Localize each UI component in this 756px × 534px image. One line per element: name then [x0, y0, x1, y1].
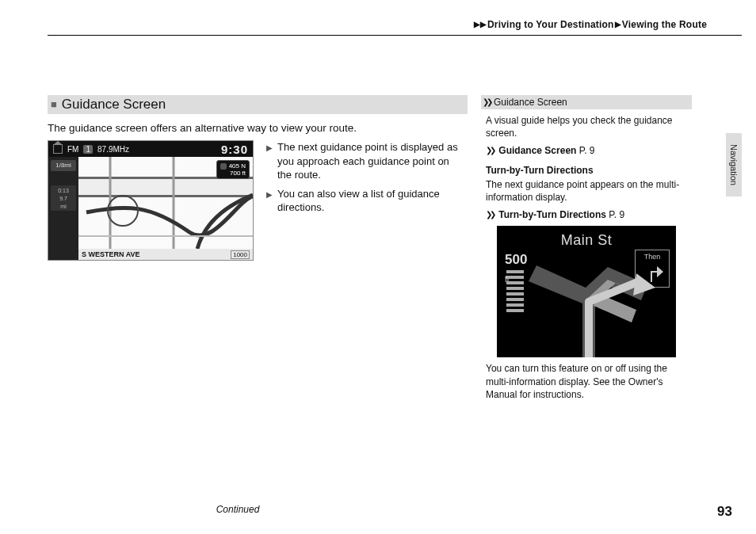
xref-label: Guidance Screen — [498, 145, 576, 156]
page: ▶▶Driving to Your Destination▶Viewing th… — [0, 0, 756, 534]
fm-channel: 1 — [83, 145, 93, 154]
header-rule — [48, 35, 742, 36]
map-bottom-bar: S WESTERN AVE 1000 — [78, 249, 253, 260]
bullet-item: ▶ The next guidance point is displayed a… — [266, 140, 458, 182]
xref-row: ❯❯ Guidance Screen P. 9 — [486, 144, 687, 157]
link-icon: ❯❯ — [486, 210, 494, 219]
sidebar-heading: Guidance Screen — [494, 96, 567, 109]
sidebar-heading-bar: ❯❯ Guidance Screen — [481, 95, 692, 109]
continued-label: Continued — [0, 504, 475, 515]
eta-time: 0:13 — [51, 187, 76, 195]
sign-distance: 700 ft — [220, 170, 246, 177]
eta-dist: 9.7 — [51, 195, 76, 203]
xref-page: P. 9 — [579, 145, 595, 156]
shield-icon — [220, 163, 227, 170]
guidance-map-screenshot: FM 1 87.9MHz 9:30 1/8mi 0:13 9.7 mi — [48, 140, 254, 261]
intro-text: The guidance screen offers an alternativ… — [48, 122, 468, 134]
map-status-bar: FM 1 87.9MHz 9:30 — [48, 141, 253, 157]
fm-frequency: 87.9MHz — [97, 145, 129, 154]
chevron-right-icon: ▶ — [615, 20, 621, 29]
route-sign: 405 N 700 ft — [216, 160, 250, 179]
breadcrumb-part2: Viewing the Route — [622, 19, 707, 30]
scale-chip: 1/8mi — [51, 160, 76, 171]
map-scale: 1000 — [231, 250, 250, 259]
sidebar-p3: You can turn this feature on or off usin… — [486, 362, 687, 401]
square-bullet-icon: ■ — [51, 95, 57, 114]
sign-route: 405 N — [229, 162, 246, 170]
map-left-panel: 1/8mi 0:13 9.7 mi — [48, 157, 78, 260]
fm-label: FM — [67, 145, 78, 154]
section-tab: Navigation — [726, 133, 742, 196]
section-tab-label: Navigation — [729, 144, 739, 185]
figure-and-bullets: FM 1 87.9MHz 9:30 1/8mi 0:13 9.7 mi — [48, 140, 468, 261]
triangle-bullet-icon: ▶ — [266, 189, 273, 215]
xref-page: P. 9 — [609, 209, 624, 220]
bullet-list: ▶ The next guidance point is displayed a… — [266, 140, 458, 261]
breadcrumb: ▶▶Driving to Your Destination▶Viewing th… — [473, 19, 707, 30]
vehicle-marker — [107, 195, 139, 227]
section-heading: Guidance Screen — [62, 95, 166, 114]
eta-unit: mi — [51, 203, 76, 211]
chevron-right-icon: ▶▶ — [474, 20, 487, 29]
eta-box: 0:13 9.7 mi — [51, 185, 76, 211]
xref-label: Turn-by-Turn Directions — [498, 209, 606, 220]
link-icon: ❯❯ — [486, 146, 494, 154]
sidebar-subheading: Turn-by-Turn Directions — [486, 164, 687, 177]
sidebar-column: ❯❯ Guidance Screen A visual guide helps … — [481, 95, 692, 406]
xref-row: ❯❯ Turn-by-Turn Directions P. 9 — [486, 208, 687, 221]
map-body: 405 N 700 ft — [78, 157, 253, 249]
bullet-text: You can also view a list of guidance dir… — [277, 187, 458, 215]
breadcrumb-part1: Driving to Your Destination — [487, 19, 614, 30]
sidebar-p1: A visual guide helps you check the guida… — [486, 114, 687, 139]
intersection-icon — [497, 226, 676, 357]
home-icon — [53, 144, 63, 154]
double-chevron-icon: ❯❯ — [483, 97, 491, 108]
bullet-item: ▶ You can also view a list of guidance d… — [266, 187, 458, 215]
clock: 9:30 — [221, 143, 248, 156]
street-name: S WESTERN AVE — [82, 250, 140, 258]
section-heading-bar: ■ Guidance Screen — [48, 95, 468, 114]
bullet-text: The next guidance point is displayed as … — [277, 140, 458, 182]
main-column: ■ Guidance Screen The guidance screen of… — [48, 95, 468, 261]
sidebar-p2: The next guidance point appears on the m… — [486, 178, 687, 204]
turn-guidance-screenshot: Main St 500 ft Then — [497, 226, 676, 357]
page-number: 93 — [717, 504, 732, 520]
triangle-bullet-icon: ▶ — [266, 143, 273, 182]
